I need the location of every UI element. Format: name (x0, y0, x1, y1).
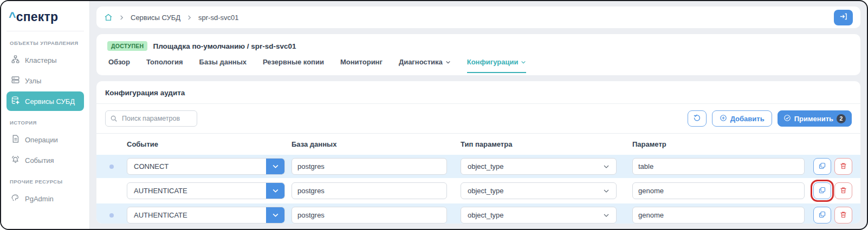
sidebar-item-label: Операции (25, 136, 58, 144)
add-button-label: Добавить (730, 115, 765, 123)
param-type-select[interactable]: object_type (461, 158, 617, 175)
copy-row-button-highlighted[interactable] (813, 182, 831, 199)
logo-caret: ^ (9, 10, 16, 24)
event-select[interactable]: AUTHENTICATE (127, 207, 285, 224)
delete-row-button[interactable] (834, 158, 852, 175)
logo-text: спектр (16, 10, 59, 24)
tab-backups[interactable]: Резервные копии (263, 58, 324, 73)
copy-row-button[interactable] (813, 158, 831, 175)
table-row: AUTHENTICATE object_type (96, 179, 860, 203)
modified-indicator-dot (109, 213, 114, 218)
status-row: ДОСТУПЕН Площадка по-умолчанию / spr-sd-… (107, 41, 850, 51)
check-circle-icon (783, 114, 791, 123)
apply-button-label: Применить (794, 115, 833, 123)
chevron-down-icon[interactable] (266, 183, 284, 199)
tab-topology[interactable]: Топология (146, 58, 183, 73)
table-row: AUTHENTICATE object_type (96, 203, 860, 224)
app-window: ^спектр ОБЪЕКТЫ УПРАВЛЕНИЯ Кластеры Узлы… (0, 0, 868, 230)
copy-row-button[interactable] (813, 207, 831, 224)
delete-row-button[interactable] (834, 182, 852, 199)
event-select[interactable]: AUTHENTICATE (127, 182, 285, 199)
toolbar-actions: Добавить Применить 2 (688, 110, 852, 127)
nodes-icon (11, 75, 20, 86)
sidebar: ^спектр ОБЪЕКТЫ УПРАВЛЕНИЯ Кластеры Узлы… (1, 1, 90, 229)
sidebar-item-dbms-services[interactable]: Сервисы СУБД (7, 91, 84, 111)
event-select[interactable]: CONNECT (127, 158, 285, 175)
breadcrumb-item-dbms-services[interactable]: Сервисы СУБД (131, 14, 180, 22)
search-box (105, 110, 197, 127)
chevron-down-icon (445, 60, 451, 65)
breadcrumb: Сервисы СУБД spr-sd-svc01 (96, 6, 860, 28)
tab-label: Диагностика (399, 58, 443, 66)
chevron-down-icon (603, 212, 610, 219)
document-icon (11, 134, 20, 145)
sidebar-item-operations[interactable]: Операции (7, 130, 84, 149)
param-input[interactable] (632, 182, 805, 199)
sidebar-item-label: События (25, 156, 54, 165)
sidebar-section-objects: ОБЪЕКТЫ УПРАВЛЕНИЯ Кластеры Узлы Сервисы… (7, 39, 84, 111)
toolbar: Добавить Применить 2 (96, 104, 860, 133)
tab-label: Конфигурации (467, 58, 519, 66)
sidebar-item-pgadmin[interactable]: PgAdmin (7, 189, 84, 208)
main-content: Сервисы СУБД spr-sd-svc01 ДОСТУПЕН Площа… (90, 1, 867, 229)
search-input[interactable] (105, 110, 197, 127)
tab-configurations[interactable]: Конфигурации (467, 58, 527, 73)
elephant-icon (11, 193, 20, 204)
status-badge: ДОСТУПЕН (107, 41, 147, 51)
modified-indicator-dot (109, 165, 114, 169)
copy-icon (818, 186, 826, 196)
database-input[interactable] (292, 207, 447, 224)
param-type-select[interactable]: object_type (461, 207, 617, 224)
param-type-value: object_type (468, 187, 504, 195)
tab-bar: Обзор Топология Базы данных Резервные ко… (107, 58, 850, 73)
sidebar-item-label: PgAdmin (25, 195, 54, 203)
pending-changes-badge: 2 (837, 114, 846, 123)
refresh-icon (693, 114, 701, 123)
chevron-down-icon (521, 60, 526, 65)
audit-config-panel: Конфигурация аудита Добавить (96, 81, 860, 224)
trash-icon (839, 186, 847, 196)
table-header: Событие База данных Тип параметра Параме… (96, 133, 860, 155)
section-title: Конфигурация аудита (96, 81, 860, 104)
tab-diagnostics[interactable]: Диагностика (399, 58, 451, 73)
tab-monitoring[interactable]: Мониторинг (340, 58, 383, 73)
plus-circle-icon (720, 114, 727, 123)
copy-icon (818, 162, 826, 172)
chevron-down-icon (603, 188, 610, 194)
chevron-right-icon (119, 15, 125, 21)
event-select-value: CONNECT (134, 162, 169, 170)
sidebar-item-events[interactable]: События (7, 150, 84, 170)
tab-databases[interactable]: Базы данных (199, 58, 247, 73)
sidebar-item-label: Кластеры (25, 56, 57, 64)
database-input[interactable] (292, 158, 447, 175)
home-icon[interactable] (104, 13, 113, 22)
param-type-value: object_type (468, 162, 504, 170)
column-header-database: База данных (292, 140, 447, 148)
sidebar-item-label: Узлы (25, 77, 41, 85)
sidebar-section-label: ОБЪЕКТЫ УПРАВЛЕНИЯ (7, 39, 84, 49)
refresh-button[interactable] (688, 110, 707, 127)
database-input[interactable] (292, 182, 447, 199)
app-logo: ^спектр (7, 8, 84, 31)
apply-button[interactable]: Применить 2 (778, 110, 852, 127)
sidebar-section-history: ИСТОРИЯ Операции События (7, 119, 84, 170)
breadcrumb-item-service[interactable]: spr-sd-svc01 (198, 14, 238, 22)
service-title: Площадка по-умолчанию / spr-sd-svc01 (153, 42, 296, 50)
trash-icon (839, 211, 847, 220)
table-row: CONNECT object_type (96, 155, 860, 179)
tab-overview[interactable]: Обзор (108, 58, 130, 73)
chevron-down-icon[interactable] (266, 207, 284, 223)
chevron-down-icon[interactable] (266, 159, 284, 174)
param-type-select[interactable]: object_type (461, 182, 617, 199)
event-select-value: AUTHENTICATE (134, 187, 187, 195)
sidebar-section-label: ИСТОРИЯ (7, 119, 84, 129)
sidebar-item-clusters[interactable]: Кластеры (7, 50, 84, 70)
sidebar-item-nodes[interactable]: Узлы (7, 71, 84, 90)
logout-button[interactable] (834, 10, 853, 25)
add-button[interactable]: Добавить (712, 110, 772, 127)
param-input[interactable] (632, 207, 805, 224)
chevron-right-icon (186, 15, 192, 21)
column-header-param-type: Тип параметра (461, 140, 617, 148)
delete-row-button[interactable] (834, 207, 852, 224)
param-input[interactable] (632, 158, 805, 175)
